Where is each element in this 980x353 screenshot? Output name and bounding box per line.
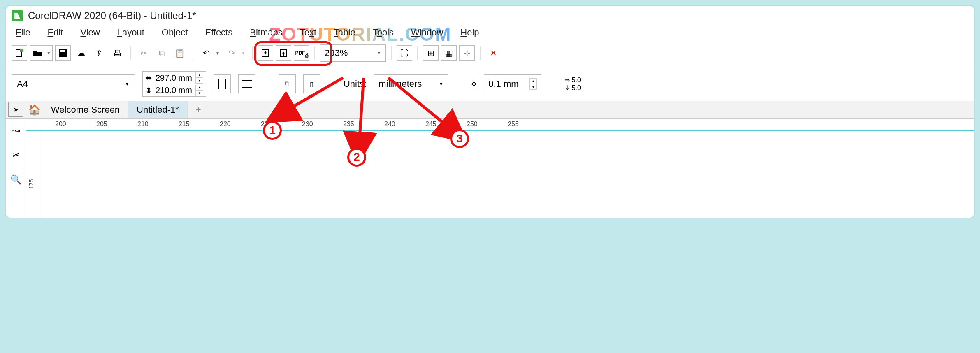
toolbox: ↝ ✂ 🔍 — [6, 119, 26, 218]
menu-edit[interactable]: Edit — [47, 27, 63, 38]
menu-tools[interactable]: Tools — [373, 27, 394, 38]
app-window: ZOTUTORIAL.COM CorelDRAW 2020 (64-Bit) -… — [5, 5, 975, 218]
annotation-highlight-box — [254, 41, 332, 66]
zoom-tool[interactable]: 🔍 — [9, 172, 23, 187]
current-page-button[interactable]: ▯ — [303, 74, 320, 93]
cut-button[interactable]: ✂ — [136, 45, 151, 61]
cloud-download-icon[interactable]: ☁ — [73, 45, 89, 61]
page-dimensions[interactable]: ⬌297.0 mm▲▼ ⬍210.0 mm▲▼ — [142, 71, 206, 97]
rulers-button[interactable]: ⊞ — [423, 45, 439, 61]
svg-rect-3 — [60, 50, 65, 52]
standard-toolbar: ▼ ☁ ⇪ 🖶 ✂ ⧉ 📋 ↶▼ ↷▼ PDF⎙ 293%▼ ⛶ ⊞ ▦ ⊹ ✕ — [6, 42, 974, 67]
paste-button[interactable]: 📋 — [172, 45, 188, 61]
duplicate-distance[interactable]: ⇒ 5.0 ⇓ 5.0 — [564, 76, 581, 92]
units-label: Units: — [344, 79, 367, 89]
save-button[interactable] — [55, 45, 71, 61]
cloud-upload-icon[interactable]: ⇪ — [91, 45, 107, 61]
menu-file[interactable]: File — [16, 27, 30, 38]
svg-rect-1 — [20, 49, 23, 52]
horizontal-ruler: 200 205 210 215 220 225 230 235 240 245 … — [26, 119, 974, 131]
menu-layout[interactable]: Layout — [117, 27, 144, 38]
menu-view[interactable]: View — [80, 27, 100, 38]
portrait-button[interactable] — [214, 74, 231, 93]
svg-rect-7 — [242, 80, 252, 88]
undo-button[interactable]: ↶▼ — [198, 45, 221, 61]
window-title: CorelDRAW 2020 (64-Bit) - Untitled-1* — [28, 10, 196, 21]
tab-welcome[interactable]: Welcome Screen — [43, 101, 128, 118]
guidelines-button[interactable]: ⊹ — [459, 45, 475, 61]
menu-table[interactable]: Table — [334, 27, 355, 38]
annotation-circle-3: 3 — [450, 129, 469, 148]
nudge-icon: ✥ — [471, 80, 476, 88]
copy-button[interactable]: ⧉ — [154, 45, 170, 61]
svg-rect-6 — [218, 79, 226, 89]
print-button[interactable]: 🖶 — [109, 45, 125, 61]
height-icon: ⬍ — [145, 86, 152, 95]
redo-button[interactable]: ↷▼ — [224, 45, 247, 61]
document-tabs: ➤ 🏠 Welcome Screen Untitled-1* + — [6, 101, 974, 119]
fullscreen-button[interactable]: ⛶ — [397, 45, 412, 61]
units-dropdown[interactable]: millimeters▼ — [374, 74, 448, 93]
menu-bar: File Edit View Layout Object Effects Bit… — [6, 24, 974, 42]
tab-add[interactable]: + — [188, 101, 204, 118]
canvas-area[interactable]: 200 205 210 215 220 225 230 235 240 245 … — [26, 119, 974, 218]
annotation-circle-1: 1 — [263, 121, 282, 140]
height-value[interactable]: 210.0 mm — [156, 86, 192, 95]
landscape-button[interactable] — [238, 74, 255, 93]
crop-tool[interactable]: ✂ — [9, 148, 23, 163]
property-bar: A4▼ ⬌297.0 mm▲▼ ⬍210.0 mm▲▼ ⧉ ▯ Units: m… — [6, 67, 974, 101]
all-pages-button[interactable]: ⧉ — [279, 74, 296, 93]
width-value[interactable]: 297.0 mm — [156, 73, 192, 83]
tab-untitled[interactable]: Untitled-1* — [128, 101, 188, 118]
close-button[interactable]: ✕ — [485, 45, 501, 61]
app-icon — [12, 10, 23, 21]
workspace: ↝ ✂ 🔍 200 205 210 215 220 225 230 235 24… — [6, 119, 974, 218]
menu-object[interactable]: Object — [162, 27, 188, 38]
annotation-circle-2: 2 — [347, 148, 366, 167]
home-tab[interactable]: 🏠 — [26, 102, 43, 118]
menu-window[interactable]: Window — [411, 27, 443, 38]
open-button[interactable]: ▼ — [30, 45, 53, 61]
page-size-dropdown[interactable]: A4▼ — [12, 74, 135, 93]
grid-button[interactable]: ▦ — [441, 45, 457, 61]
menu-effects[interactable]: Effects — [205, 27, 232, 38]
vertical-ruler: 175 — [26, 131, 40, 218]
shape-tool[interactable]: ↝ — [9, 123, 23, 138]
pick-tool[interactable]: ➤ — [8, 102, 23, 117]
menu-bitmaps[interactable]: Bitmaps — [250, 27, 282, 38]
title-bar: CorelDRAW 2020 (64-Bit) - Untitled-1* — [6, 6, 974, 24]
menu-text[interactable]: Text — [300, 27, 316, 38]
menu-help[interactable]: Help — [460, 27, 479, 38]
nudge-input[interactable]: 0.1 mm▲▼ — [484, 74, 541, 93]
width-icon: ⬌ — [145, 73, 152, 83]
new-button[interactable] — [12, 45, 27, 61]
